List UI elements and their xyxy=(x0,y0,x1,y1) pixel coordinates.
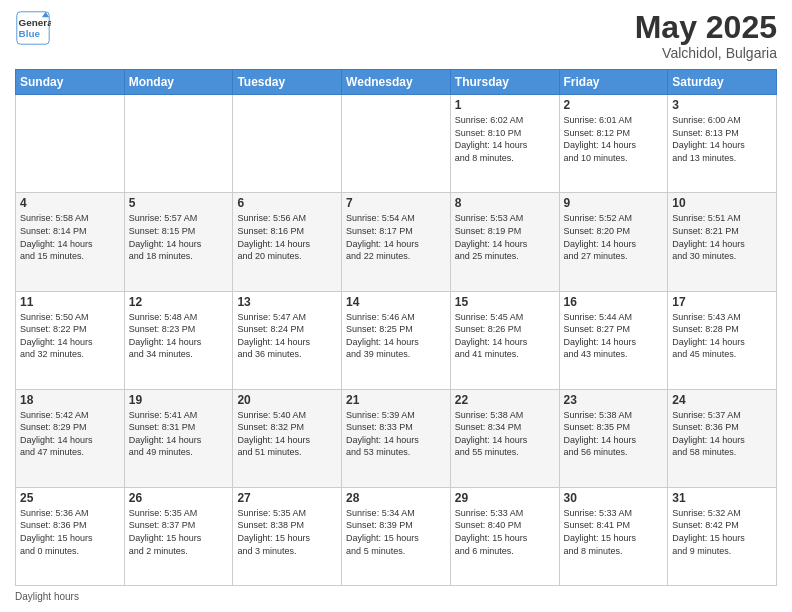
calendar-cell: 29Sunrise: 5:33 AM Sunset: 8:40 PM Dayli… xyxy=(450,487,559,585)
calendar-header-tuesday: Tuesday xyxy=(233,70,342,95)
day-info: Sunrise: 5:47 AM Sunset: 8:24 PM Dayligh… xyxy=(237,311,337,361)
calendar-cell: 9Sunrise: 5:52 AM Sunset: 8:20 PM Daylig… xyxy=(559,193,668,291)
day-info: Sunrise: 5:57 AM Sunset: 8:15 PM Dayligh… xyxy=(129,212,229,262)
day-number: 20 xyxy=(237,393,337,407)
calendar-cell: 28Sunrise: 5:34 AM Sunset: 8:39 PM Dayli… xyxy=(342,487,451,585)
day-info: Sunrise: 5:48 AM Sunset: 8:23 PM Dayligh… xyxy=(129,311,229,361)
svg-text:Blue: Blue xyxy=(19,28,41,39)
calendar-cell: 5Sunrise: 5:57 AM Sunset: 8:15 PM Daylig… xyxy=(124,193,233,291)
calendar-header-monday: Monday xyxy=(124,70,233,95)
day-info: Sunrise: 5:35 AM Sunset: 8:37 PM Dayligh… xyxy=(129,507,229,557)
calendar-week-2: 4Sunrise: 5:58 AM Sunset: 8:14 PM Daylig… xyxy=(16,193,777,291)
day-number: 24 xyxy=(672,393,772,407)
day-number: 27 xyxy=(237,491,337,505)
calendar-cell: 6Sunrise: 5:56 AM Sunset: 8:16 PM Daylig… xyxy=(233,193,342,291)
day-info: Sunrise: 5:53 AM Sunset: 8:19 PM Dayligh… xyxy=(455,212,555,262)
calendar-cell: 20Sunrise: 5:40 AM Sunset: 8:32 PM Dayli… xyxy=(233,389,342,487)
day-number: 31 xyxy=(672,491,772,505)
day-info: Sunrise: 5:40 AM Sunset: 8:32 PM Dayligh… xyxy=(237,409,337,459)
calendar-cell: 11Sunrise: 5:50 AM Sunset: 8:22 PM Dayli… xyxy=(16,291,125,389)
calendar-cell: 1Sunrise: 6:02 AM Sunset: 8:10 PM Daylig… xyxy=(450,95,559,193)
day-info: Sunrise: 5:51 AM Sunset: 8:21 PM Dayligh… xyxy=(672,212,772,262)
day-info: Sunrise: 5:58 AM Sunset: 8:14 PM Dayligh… xyxy=(20,212,120,262)
day-info: Sunrise: 5:35 AM Sunset: 8:38 PM Dayligh… xyxy=(237,507,337,557)
day-number: 4 xyxy=(20,196,120,210)
calendar-cell: 16Sunrise: 5:44 AM Sunset: 8:27 PM Dayli… xyxy=(559,291,668,389)
subtitle: Valchidol, Bulgaria xyxy=(635,45,777,61)
calendar-table: SundayMondayTuesdayWednesdayThursdayFrid… xyxy=(15,69,777,586)
calendar-cell xyxy=(124,95,233,193)
calendar-cell: 23Sunrise: 5:38 AM Sunset: 8:35 PM Dayli… xyxy=(559,389,668,487)
day-number: 1 xyxy=(455,98,555,112)
day-number: 25 xyxy=(20,491,120,505)
day-number: 14 xyxy=(346,295,446,309)
calendar-cell xyxy=(16,95,125,193)
title-area: May 2025 Valchidol, Bulgaria xyxy=(635,10,777,61)
day-info: Sunrise: 5:43 AM Sunset: 8:28 PM Dayligh… xyxy=(672,311,772,361)
day-number: 6 xyxy=(237,196,337,210)
svg-text:General: General xyxy=(19,17,51,28)
calendar-cell: 31Sunrise: 5:32 AM Sunset: 8:42 PM Dayli… xyxy=(668,487,777,585)
logo-icon: General Blue xyxy=(15,10,51,46)
day-info: Sunrise: 5:34 AM Sunset: 8:39 PM Dayligh… xyxy=(346,507,446,557)
calendar-cell xyxy=(233,95,342,193)
calendar-cell: 17Sunrise: 5:43 AM Sunset: 8:28 PM Dayli… xyxy=(668,291,777,389)
calendar-week-4: 18Sunrise: 5:42 AM Sunset: 8:29 PM Dayli… xyxy=(16,389,777,487)
day-info: Sunrise: 5:52 AM Sunset: 8:20 PM Dayligh… xyxy=(564,212,664,262)
day-info: Sunrise: 5:37 AM Sunset: 8:36 PM Dayligh… xyxy=(672,409,772,459)
header: General Blue May 2025 Valchidol, Bulgari… xyxy=(15,10,777,61)
day-number: 23 xyxy=(564,393,664,407)
calendar-header-friday: Friday xyxy=(559,70,668,95)
calendar-cell: 15Sunrise: 5:45 AM Sunset: 8:26 PM Dayli… xyxy=(450,291,559,389)
day-number: 29 xyxy=(455,491,555,505)
day-info: Sunrise: 5:39 AM Sunset: 8:33 PM Dayligh… xyxy=(346,409,446,459)
day-info: Sunrise: 5:45 AM Sunset: 8:26 PM Dayligh… xyxy=(455,311,555,361)
calendar-cell: 18Sunrise: 5:42 AM Sunset: 8:29 PM Dayli… xyxy=(16,389,125,487)
calendar-cell: 4Sunrise: 5:58 AM Sunset: 8:14 PM Daylig… xyxy=(16,193,125,291)
day-info: Sunrise: 5:50 AM Sunset: 8:22 PM Dayligh… xyxy=(20,311,120,361)
day-info: Sunrise: 5:41 AM Sunset: 8:31 PM Dayligh… xyxy=(129,409,229,459)
main-title: May 2025 xyxy=(635,10,777,45)
day-number: 12 xyxy=(129,295,229,309)
day-number: 5 xyxy=(129,196,229,210)
day-number: 3 xyxy=(672,98,772,112)
calendar-cell: 21Sunrise: 5:39 AM Sunset: 8:33 PM Dayli… xyxy=(342,389,451,487)
day-number: 17 xyxy=(672,295,772,309)
day-number: 19 xyxy=(129,393,229,407)
calendar-cell: 25Sunrise: 5:36 AM Sunset: 8:36 PM Dayli… xyxy=(16,487,125,585)
calendar-cell: 24Sunrise: 5:37 AM Sunset: 8:36 PM Dayli… xyxy=(668,389,777,487)
calendar-week-3: 11Sunrise: 5:50 AM Sunset: 8:22 PM Dayli… xyxy=(16,291,777,389)
calendar-week-1: 1Sunrise: 6:02 AM Sunset: 8:10 PM Daylig… xyxy=(16,95,777,193)
day-info: Sunrise: 5:33 AM Sunset: 8:41 PM Dayligh… xyxy=(564,507,664,557)
calendar-cell: 3Sunrise: 6:00 AM Sunset: 8:13 PM Daylig… xyxy=(668,95,777,193)
day-info: Sunrise: 5:38 AM Sunset: 8:35 PM Dayligh… xyxy=(564,409,664,459)
calendar-cell: 12Sunrise: 5:48 AM Sunset: 8:23 PM Dayli… xyxy=(124,291,233,389)
day-info: Sunrise: 5:32 AM Sunset: 8:42 PM Dayligh… xyxy=(672,507,772,557)
calendar-header-row: SundayMondayTuesdayWednesdayThursdayFrid… xyxy=(16,70,777,95)
calendar-cell: 26Sunrise: 5:35 AM Sunset: 8:37 PM Dayli… xyxy=(124,487,233,585)
day-number: 22 xyxy=(455,393,555,407)
footer: Daylight hours xyxy=(15,591,777,602)
day-info: Sunrise: 5:54 AM Sunset: 8:17 PM Dayligh… xyxy=(346,212,446,262)
calendar-cell: 13Sunrise: 5:47 AM Sunset: 8:24 PM Dayli… xyxy=(233,291,342,389)
calendar-header-saturday: Saturday xyxy=(668,70,777,95)
day-number: 10 xyxy=(672,196,772,210)
day-number: 7 xyxy=(346,196,446,210)
calendar-cell: 2Sunrise: 6:01 AM Sunset: 8:12 PM Daylig… xyxy=(559,95,668,193)
day-number: 28 xyxy=(346,491,446,505)
day-number: 13 xyxy=(237,295,337,309)
day-info: Sunrise: 5:46 AM Sunset: 8:25 PM Dayligh… xyxy=(346,311,446,361)
day-number: 16 xyxy=(564,295,664,309)
day-info: Sunrise: 5:44 AM Sunset: 8:27 PM Dayligh… xyxy=(564,311,664,361)
day-info: Sunrise: 5:33 AM Sunset: 8:40 PM Dayligh… xyxy=(455,507,555,557)
day-info: Sunrise: 5:42 AM Sunset: 8:29 PM Dayligh… xyxy=(20,409,120,459)
calendar-header-wednesday: Wednesday xyxy=(342,70,451,95)
calendar-cell: 8Sunrise: 5:53 AM Sunset: 8:19 PM Daylig… xyxy=(450,193,559,291)
day-info: Sunrise: 5:56 AM Sunset: 8:16 PM Dayligh… xyxy=(237,212,337,262)
calendar-cell: 19Sunrise: 5:41 AM Sunset: 8:31 PM Dayli… xyxy=(124,389,233,487)
day-info: Sunrise: 5:38 AM Sunset: 8:34 PM Dayligh… xyxy=(455,409,555,459)
day-number: 15 xyxy=(455,295,555,309)
day-number: 8 xyxy=(455,196,555,210)
calendar-cell: 10Sunrise: 5:51 AM Sunset: 8:21 PM Dayli… xyxy=(668,193,777,291)
page: General Blue May 2025 Valchidol, Bulgari… xyxy=(0,0,792,612)
